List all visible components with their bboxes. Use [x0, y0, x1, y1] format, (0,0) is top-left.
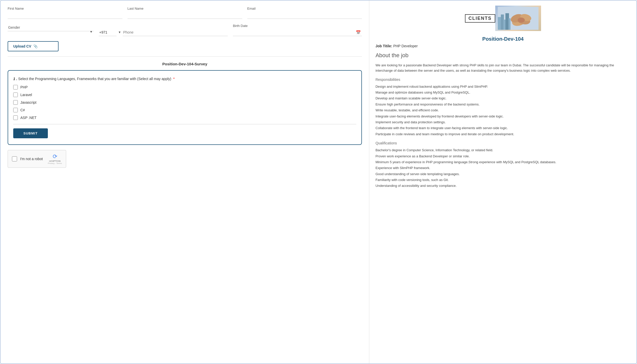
question-number: 1 .: [13, 77, 17, 81]
recaptcha-logo: ⟳ reCAPTCHA Privacy - Terms: [48, 153, 62, 164]
right-panel: CLIENTS: [369, 1, 636, 363]
checkbox-javascript-label: Javascript: [20, 100, 36, 104]
qualification-item: Proven work experience as a Backend Deve…: [375, 153, 630, 159]
checkbox-laravel: Laravel: [13, 93, 356, 97]
left-panel: First Name Last Name Email Gender Male F…: [1, 1, 369, 363]
survey-box: 1 . Select the Programming Languages, Fr…: [8, 70, 362, 145]
captcha-checkbox[interactable]: [12, 156, 17, 161]
gender-select[interactable]: Gender Male Female Other: [8, 24, 94, 31]
qualification-item: Minimum 5 years of experience in PHP pro…: [375, 159, 630, 165]
qualifications-heading: Qualifications: [375, 141, 630, 145]
phone-group: +971 +1 +44 +91 ▼: [99, 24, 228, 36]
responsibilities-heading: Responsibilities: [375, 78, 630, 82]
survey-inner-divider: [13, 124, 356, 124]
email-label: Email: [247, 7, 362, 10]
responsibility-item: Write reusable, testable, and efficient …: [375, 107, 630, 113]
country-code-select[interactable]: +971 +1 +44 +91: [99, 29, 117, 36]
clients-illustration: [498, 7, 539, 30]
qualification-item: Good understanding of server-side templa…: [375, 171, 630, 177]
checkbox-csharp-input[interactable]: [13, 108, 18, 112]
last-name-group: Last Name: [128, 7, 242, 19]
birth-date-label: Birth Date: [233, 24, 362, 28]
birth-date-group: Birth Date 📅: [233, 24, 362, 36]
checkbox-laravel-label: Laravel: [20, 93, 32, 97]
qualifications-list: Bachelor's degree in Computer Science, I…: [375, 147, 630, 189]
required-asterisk: *: [173, 77, 175, 81]
position-title: Position-Dev-104: [375, 36, 630, 42]
job-title-label: Job Titile:: [375, 44, 392, 48]
email-input[interactable]: [247, 11, 362, 19]
clients-image: [495, 6, 541, 31]
checkbox-aspnet-input[interactable]: [13, 115, 18, 120]
main-container: First Name Last Name Email Gender Male F…: [0, 0, 637, 364]
checkbox-laravel-input[interactable]: [13, 93, 18, 97]
svg-rect-4: [505, 13, 509, 30]
checkbox-aspnet: ASP .NET: [13, 115, 356, 120]
checkbox-csharp-label: C#: [20, 108, 25, 112]
email-group: Email: [247, 7, 362, 19]
responsibility-item: Implement security and data protection s…: [375, 119, 630, 125]
checkbox-php-input[interactable]: [13, 85, 18, 89]
submit-button[interactable]: SUBMIT: [13, 128, 48, 138]
qualification-item: Bachelor's degree in Computer Science, I…: [375, 147, 630, 153]
job-description: We are looking for a passionate Backend …: [375, 63, 630, 73]
question-text: Select the Programming Languages, Framew…: [18, 77, 171, 81]
last-name-label: Last Name: [128, 7, 242, 10]
submit-label: SUBMIT: [23, 131, 38, 135]
checkbox-aspnet-label: ASP .NET: [20, 116, 37, 120]
responsibilities-list: Design and implement robust backend appl…: [375, 84, 630, 137]
job-title-value: PHP Developer: [393, 44, 418, 48]
svg-rect-5: [508, 18, 511, 30]
form-row-1: First Name Last Name Email: [8, 7, 362, 19]
svg-point-10: [518, 18, 525, 23]
survey-title: Position-Dev-104-Survey: [8, 62, 362, 66]
last-name-input[interactable]: [128, 11, 242, 19]
country-chevron-icon: ▼: [118, 31, 121, 34]
responsibility-item: Collaborate with the frontend team to in…: [375, 125, 630, 131]
birth-date-input-row: 📅: [233, 29, 362, 36]
birth-date-input[interactable]: [233, 29, 355, 36]
about-heading: About the job: [375, 52, 630, 59]
paperclip-icon: 📎: [33, 44, 38, 48]
phone-input[interactable]: [123, 29, 228, 36]
form-divider: [8, 56, 362, 57]
checkbox-javascript-input[interactable]: [13, 100, 18, 105]
qualification-item: Experience with SlimPHP framework.: [375, 165, 630, 171]
responsibility-item: Design and implement robust backend appl…: [375, 84, 630, 89]
form-row-2: Gender Male Female Other ▼ +971 +1 +44 +…: [8, 24, 362, 36]
checkbox-csharp: C#: [13, 108, 356, 112]
upload-cv-button[interactable]: Upload CV 📎: [8, 41, 59, 51]
qualification-item: Familiarity with code versioning tools, …: [375, 177, 630, 183]
recaptcha-brand: reCAPTCHA: [49, 160, 61, 162]
checkbox-php-label: PHP: [20, 85, 28, 89]
responsibility-item: Develop and maintain scalable server-sid…: [375, 95, 630, 101]
responsibility-item: Participate in code reviews and team mee…: [375, 131, 630, 137]
gender-group: Gender Male Female Other ▼: [8, 24, 94, 36]
checkbox-php: PHP: [13, 85, 356, 89]
clients-badge: CLIENTS: [465, 14, 495, 23]
clients-header: CLIENTS: [375, 6, 630, 31]
first-name-input[interactable]: [8, 11, 122, 19]
upload-cv-label: Upload CV: [13, 44, 31, 48]
responsibility-item: Manage and optimize databases using MySQ…: [375, 89, 630, 95]
responsibility-item: Integrate user-facing elements developed…: [375, 113, 630, 119]
first-name-group: First Name: [8, 7, 122, 19]
first-name-label: First Name: [8, 7, 122, 10]
checkbox-javascript: Javascript: [13, 100, 356, 105]
recaptcha-icon: ⟳: [53, 153, 57, 160]
captcha-box: I'm not a robot ⟳ reCAPTCHA Privacy - Te…: [8, 150, 66, 168]
question-1-label: 1 . Select the Programming Languages, Fr…: [13, 77, 356, 81]
qualification-item: Understanding of accessibility and secur…: [375, 183, 630, 189]
captcha-label: I'm not a robot: [20, 157, 45, 161]
responsibility-item: Ensure high performance and responsivene…: [375, 101, 630, 107]
job-title-row: Job Titile: PHP Developer: [375, 44, 630, 48]
calendar-icon[interactable]: 📅: [355, 29, 362, 35]
recaptcha-links: Privacy - Terms: [48, 162, 62, 164]
upload-cv-wrapper: Upload CV 📎: [8, 41, 362, 51]
